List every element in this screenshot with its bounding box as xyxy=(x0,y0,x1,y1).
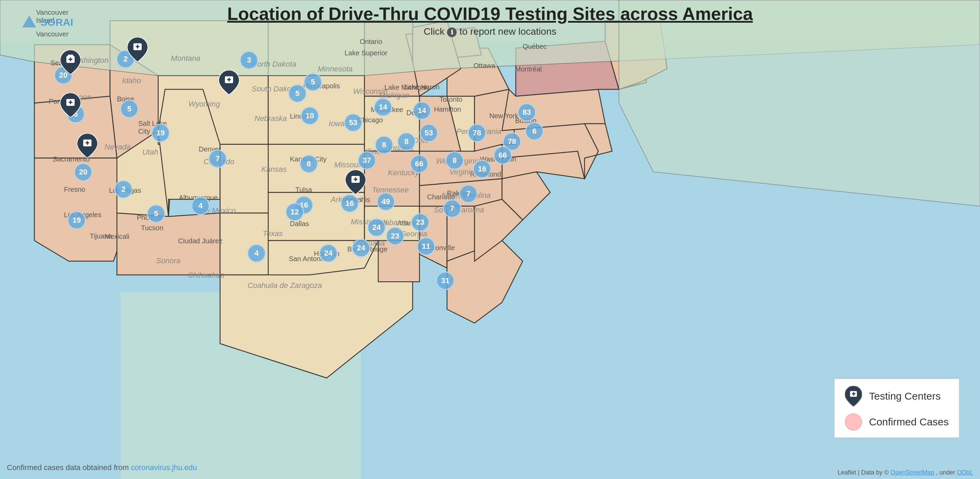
legend-pin-icon: ✚ xyxy=(845,386,862,406)
map-svg xyxy=(0,0,980,479)
osm-link[interactable]: OpenStreetMap xyxy=(891,469,934,476)
badge-tx-s: 4 xyxy=(247,244,266,263)
badge-ks: 8 xyxy=(299,155,318,173)
odbl-link[interactable]: ODbL xyxy=(957,469,973,476)
info-icon[interactable]: ℹ xyxy=(447,27,457,37)
badge-ne: 10 xyxy=(301,106,319,125)
svg-text:✚: ✚ xyxy=(68,100,73,105)
badge-sc: 7 xyxy=(443,199,461,218)
pin-wa[interactable]: ✚ xyxy=(60,50,81,75)
svg-text:✚: ✚ xyxy=(135,44,140,49)
badge-tn: 49 xyxy=(377,192,395,211)
badge-nd: 3 xyxy=(240,51,258,70)
title-bar: Location of Drive-Thru COVID19 Testing S… xyxy=(0,3,980,37)
badge-ca-la: 19 xyxy=(67,211,86,230)
svg-rect-6 xyxy=(68,55,73,56)
badge-az: 5 xyxy=(147,205,165,223)
subtitle-suffix: to report new locations xyxy=(460,26,556,37)
badge-sd: 5 xyxy=(288,84,307,103)
badge-nm: 4 xyxy=(191,197,210,215)
badge-nc: 7 xyxy=(459,184,477,203)
badge-ut: 19 xyxy=(151,124,170,142)
badge-ms: 24 xyxy=(367,218,386,237)
badge-ny: 83 xyxy=(517,103,536,122)
badge-la: 24 xyxy=(352,239,370,257)
badge-va: 16 xyxy=(473,160,492,178)
badge-ct: 6 xyxy=(525,122,544,141)
badge-mo: 37 xyxy=(358,151,376,170)
pin-sd[interactable]: ✚ xyxy=(219,70,239,95)
svg-text:✚: ✚ xyxy=(68,57,73,62)
legend-item-testing-centers: ✚ Testing Centers xyxy=(845,386,949,406)
sorai-logo: SORAI xyxy=(21,14,73,33)
badge-ar: 16 xyxy=(340,194,359,213)
svg-text:✚: ✚ xyxy=(852,392,856,397)
pin-ca[interactable]: ✚ xyxy=(77,133,98,158)
footer-prefix: Confirmed cases data obtained from xyxy=(7,463,131,472)
legend-testing-centers-label: Testing Centers xyxy=(869,390,940,402)
map-title: Location of Drive-Thru COVID19 Testing S… xyxy=(0,3,980,24)
badge-wv: 8 xyxy=(445,151,464,170)
badge-il: 8 xyxy=(375,136,393,154)
pin-tn-ky[interactable]: ✚ xyxy=(345,170,366,195)
badge-id: 5 xyxy=(120,100,138,118)
badge-ia: 53 xyxy=(344,113,363,132)
badge-fl-s: 31 xyxy=(436,271,455,290)
attribution-text: Data by © xyxy=(861,469,891,476)
badge-tx-h: 24 xyxy=(319,244,338,263)
badge-fl-n: 11 xyxy=(417,237,435,255)
attribution: Leaflet | Data by © OpenStreetMap , unde… xyxy=(838,469,973,476)
badge-in: 8 xyxy=(397,132,416,151)
footer: Confirmed cases data obtained from coron… xyxy=(7,463,197,472)
badge-ca-c: 20 xyxy=(74,163,92,181)
badge-nv: 2 xyxy=(114,180,133,198)
logo-text: SORAI xyxy=(41,16,73,28)
svg-text:✚: ✚ xyxy=(353,177,358,182)
badge-md: 66 xyxy=(493,146,512,165)
pin-or[interactable]: ✚ xyxy=(60,93,81,117)
map-subtitle: Click ℹ to report new locations xyxy=(0,26,980,37)
sorai-icon xyxy=(21,14,38,31)
footer-link[interactable]: coronavirus.jhu.edu xyxy=(131,463,197,472)
badge-mi: 14 xyxy=(413,102,431,120)
badge-wi: 14 xyxy=(374,98,392,116)
badge-ga: 23 xyxy=(411,213,430,232)
pin-mt[interactable]: ✚ xyxy=(127,37,148,62)
svg-text:✚: ✚ xyxy=(85,140,89,146)
svg-text:✚: ✚ xyxy=(227,77,231,82)
badge-ky: 66 xyxy=(410,155,428,173)
attribution-under: , under xyxy=(936,469,957,476)
badge-al: 23 xyxy=(386,227,404,245)
map-container: Location of Drive-Thru COVID19 Testing S… xyxy=(0,0,980,479)
legend-confirmed-cases-label: Confirmed Cases xyxy=(869,416,949,428)
legend: ✚ Testing Centers Confirmed Cases xyxy=(834,379,959,438)
badge-pa: 78 xyxy=(468,124,486,142)
svg-marker-4 xyxy=(22,16,36,27)
leaflet-text: Leaflet xyxy=(838,469,856,476)
badge-tx-c: 12 xyxy=(285,203,304,221)
legend-circle-icon xyxy=(845,413,862,431)
legend-item-confirmed-cases: Confirmed Cases xyxy=(845,413,949,431)
badge-mn: 5 xyxy=(304,73,322,91)
badge-co: 7 xyxy=(208,149,227,168)
subtitle-prefix: Click xyxy=(424,26,447,37)
badge-oh: 53 xyxy=(420,124,438,142)
